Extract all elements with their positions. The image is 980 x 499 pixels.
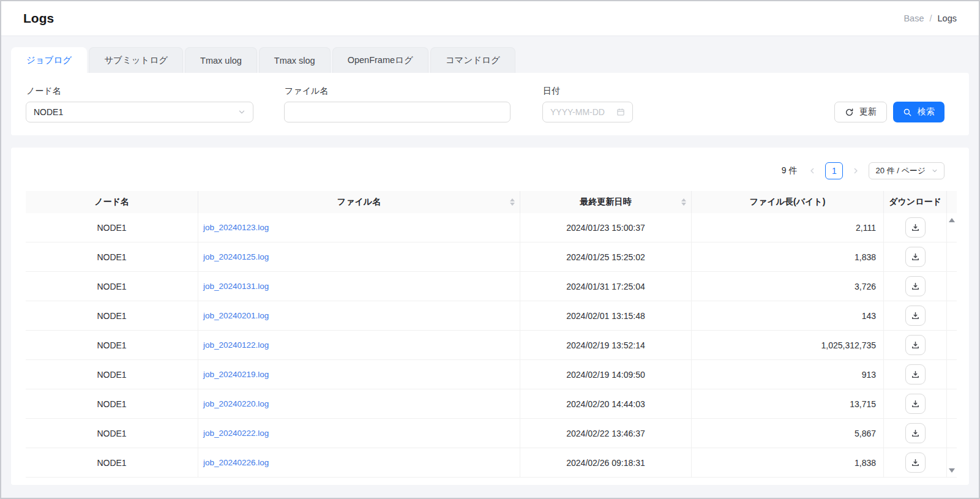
cell-last-updated: 2024/01/25 15:25:02 xyxy=(520,242,692,271)
cell-download xyxy=(884,213,947,242)
cell-node-name: NODE1 xyxy=(26,301,198,330)
date-input[interactable]: YYYY-MM-DD xyxy=(542,102,633,122)
download-button[interactable] xyxy=(905,394,926,414)
cell-last-updated: 2024/02/20 14:44:03 xyxy=(520,389,692,418)
table-row: NODE1job_20240219.log2024/02/19 14:09:50… xyxy=(26,360,957,389)
cell-file-size: 913 xyxy=(692,360,884,389)
log-file-link[interactable]: job_20240219.log xyxy=(203,370,269,379)
download-icon xyxy=(911,252,920,261)
log-file-link[interactable]: job_20240226.log xyxy=(203,458,269,467)
table-row: NODE1job_20240125.log2024/01/25 15:25:02… xyxy=(26,242,957,272)
log-file-link[interactable]: job_20240122.log xyxy=(203,340,269,350)
file-name-input[interactable] xyxy=(284,102,511,122)
page-size-value: 20 件 / ページ xyxy=(875,165,926,176)
log-file-link[interactable]: job_20240220.log xyxy=(203,399,269,408)
app-window: Logs Base / Logs ジョブログサブミットログTmax ulogTm… xyxy=(0,0,980,499)
table-scrollbar[interactable] xyxy=(947,213,957,478)
search-button[interactable]: 検索 xyxy=(893,102,944,122)
header-scrollbar-gutter xyxy=(947,191,957,213)
column-header-label: ファイル名 xyxy=(337,197,381,208)
cell-last-updated: 2024/02/19 14:09:50 xyxy=(520,360,692,389)
table-row: NODE1job_20240122.log2024/02/19 13:52:14… xyxy=(26,331,957,360)
tab-command-log[interactable]: コマンドログ xyxy=(430,47,515,73)
download-icon xyxy=(911,458,920,467)
cell-file-size: 1,838 xyxy=(692,448,884,477)
download-icon xyxy=(911,282,920,291)
log-file-link[interactable]: job_20240131.log xyxy=(203,282,269,291)
table-row: NODE1job_20240123.log2024/01/23 15:00:37… xyxy=(26,213,957,242)
cell-file-name: job_20240226.log xyxy=(198,448,520,477)
download-icon xyxy=(911,340,920,350)
download-button[interactable] xyxy=(905,364,926,385)
cell-last-updated: 2024/01/23 15:00:37 xyxy=(520,213,692,242)
pagination-prev-button[interactable] xyxy=(804,162,820,179)
table-row: NODE1job_20240222.log2024/02/22 13:46:37… xyxy=(26,419,957,448)
scroll-down-icon[interactable] xyxy=(949,468,955,473)
column-header-last-updated[interactable]: 最終更新日時 xyxy=(520,191,692,213)
cell-file-size: 1,025,312,735 xyxy=(692,331,884,359)
sort-icon[interactable] xyxy=(681,198,686,206)
column-header-file-name[interactable]: ファイル名 xyxy=(198,191,520,213)
tab-openframe-log[interactable]: OpenFrameログ xyxy=(332,47,428,73)
page-size-select[interactable]: 20 件 / ページ xyxy=(869,162,944,179)
cell-node-name: NODE1 xyxy=(26,448,198,477)
download-button[interactable] xyxy=(905,452,926,473)
cell-file-name: job_20240219.log xyxy=(198,360,520,389)
refresh-button-label: 更新 xyxy=(859,107,877,118)
tab-job-log[interactable]: ジョブログ xyxy=(11,47,87,73)
cell-download xyxy=(884,389,947,418)
column-header-file-size: ファイル長(バイト) xyxy=(692,191,884,213)
cell-file-size: 2,111 xyxy=(692,213,884,242)
cell-last-updated: 2024/02/01 13:15:48 xyxy=(520,301,692,330)
cell-download xyxy=(884,242,947,271)
download-button[interactable] xyxy=(905,335,926,355)
table-row: NODE1job_20240226.log2024/02/26 09:18:31… xyxy=(26,448,957,478)
download-button[interactable] xyxy=(905,306,926,326)
log-file-link[interactable]: job_20240125.log xyxy=(203,252,269,261)
cell-file-size: 5,867 xyxy=(692,419,884,448)
refresh-icon xyxy=(845,108,854,117)
cell-node-name: NODE1 xyxy=(26,331,198,359)
download-button[interactable] xyxy=(905,276,926,296)
cell-node-name: NODE1 xyxy=(26,272,198,301)
tab-tmax-slog[interactable]: Tmax slog xyxy=(259,47,331,73)
breadcrumb-current: Logs xyxy=(938,13,957,23)
download-icon xyxy=(911,223,920,232)
column-header-label: ノード名 xyxy=(94,197,129,208)
filter-panel: ノード名 NODE1 ファイル名 日付 YYYY-MM-DD xyxy=(11,73,969,135)
breadcrumb-parent[interactable]: Base xyxy=(903,13,924,23)
tab-submit-log[interactable]: サブミットログ xyxy=(89,47,183,73)
log-table: ノード名ファイル名最終更新日時ファイル長(バイト)ダウンロード NODE1job… xyxy=(26,191,957,478)
date-label: 日付 xyxy=(543,86,560,97)
download-button[interactable] xyxy=(905,423,926,443)
sort-icon[interactable] xyxy=(510,198,515,206)
tab-tmax-ulog[interactable]: Tmax ulog xyxy=(185,47,257,73)
table-row: NODE1job_20240131.log2024/01/31 17:25:04… xyxy=(26,272,957,301)
chevron-down-icon xyxy=(238,108,245,116)
cell-node-name: NODE1 xyxy=(26,213,198,242)
pagination-page-1[interactable]: 1 xyxy=(825,162,843,179)
cell-file-size: 1,838 xyxy=(692,242,884,271)
column-header-label: ダウンロード xyxy=(889,197,941,208)
download-icon xyxy=(911,370,920,379)
pagination-next-button[interactable] xyxy=(848,162,864,179)
node-name-select[interactable]: NODE1 xyxy=(26,102,253,122)
log-file-link[interactable]: job_20240222.log xyxy=(203,429,269,438)
download-button[interactable] xyxy=(905,247,926,267)
cell-node-name: NODE1 xyxy=(26,242,198,271)
cell-download xyxy=(884,272,947,301)
cell-last-updated: 2024/02/26 09:18:31 xyxy=(520,448,692,477)
table-row: NODE1job_20240201.log2024/02/01 13:15:48… xyxy=(26,301,957,331)
cell-file-name: job_20240222.log xyxy=(198,419,520,448)
breadcrumb: Base / Logs xyxy=(903,13,957,23)
cell-download xyxy=(884,419,947,448)
search-button-label: 検索 xyxy=(918,107,935,118)
cell-download xyxy=(884,331,947,359)
refresh-button[interactable]: 更新 xyxy=(834,102,887,122)
scroll-up-icon[interactable] xyxy=(949,218,955,222)
log-file-link[interactable]: job_20240123.log xyxy=(203,223,269,232)
download-icon xyxy=(911,429,920,438)
chevron-down-icon xyxy=(932,168,938,174)
log-file-link[interactable]: job_20240201.log xyxy=(203,311,269,320)
download-button[interactable] xyxy=(905,217,926,238)
